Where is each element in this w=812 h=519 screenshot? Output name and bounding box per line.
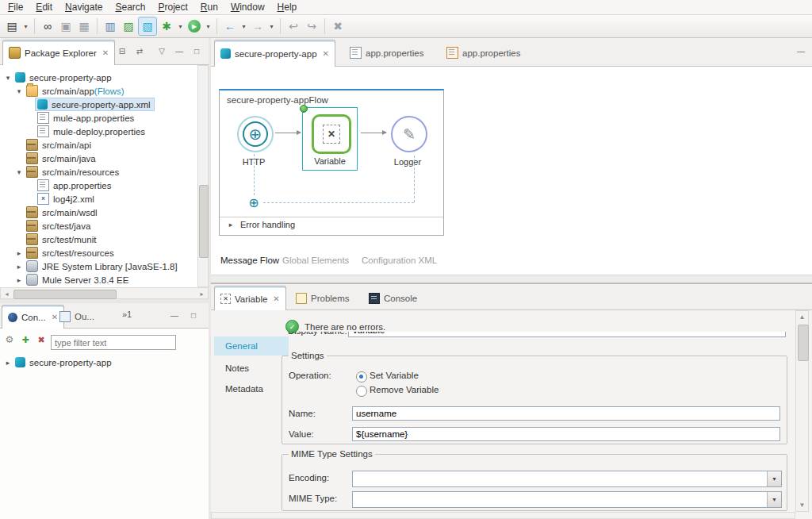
logger-component[interactable]: ✎ <box>391 116 427 152</box>
tree-item-src-main-api[interactable]: src/main/api <box>0 138 95 152</box>
tree-vertical-scrollbar[interactable] <box>197 65 209 287</box>
tab-editor-flow[interactable]: secure-property-app ✕ <box>214 40 335 67</box>
tree-item-src-main-wsdl[interactable]: src/main/wsdl <box>0 206 102 219</box>
tree-item-mule-deploy-properties[interactable]: mule-deploy.properties <box>0 125 149 138</box>
redo-icon[interactable]: ↪ <box>303 17 320 35</box>
flow-container[interactable]: secure-property-appFlow ⊕ HTTP ✕ Variabl… <box>219 89 444 236</box>
display-name-input[interactable] <box>348 332 786 337</box>
mule-properties-icon[interactable]: ▥ <box>102 17 119 35</box>
expander-icon[interactable]: ▸ <box>14 249 24 257</box>
gear-icon[interactable]: ⚙ <box>3 333 16 346</box>
tab-metadata[interactable]: Metadata <box>214 379 289 398</box>
close-icon[interactable]: ✕ <box>323 49 329 58</box>
tree-item-src-main-resources[interactable]: ▾ src/main/resources <box>0 165 123 179</box>
tab-notes[interactable]: Notes <box>214 359 289 378</box>
tree-item-src-test-java[interactable]: src/test/java <box>0 219 94 233</box>
tab-problems[interactable]: Problems <box>290 286 355 310</box>
expander-icon[interactable]: ▸ <box>3 359 13 367</box>
back-caret-icon[interactable]: ▾ <box>239 17 248 35</box>
encoding-combo[interactable]: ▼ <box>352 471 782 487</box>
close-icon[interactable]: ✕ <box>273 294 279 303</box>
expander-icon[interactable]: ▸ <box>14 276 24 284</box>
tab-message-flow[interactable]: Message Flow <box>220 256 279 265</box>
scrollbar-thumb[interactable] <box>798 325 809 361</box>
tree-item-jre-library[interactable]: ▸ JRE System Library [JavaSE-1.8] <box>0 260 182 273</box>
chevron-down-icon[interactable]: ▼ <box>767 492 781 507</box>
scrollbar-thumb[interactable] <box>199 185 209 258</box>
debug-icon[interactable]: ✱ <box>158 17 175 35</box>
expander-icon[interactable]: ▾ <box>14 87 24 95</box>
tab-configuration-xml[interactable]: Configuration XML <box>362 256 437 265</box>
tab-general[interactable]: General <box>214 336 289 356</box>
menu-navigate[interactable]: Navigate <box>59 1 109 13</box>
variable-component[interactable]: ✕ Variable <box>302 107 358 171</box>
flow-canvas[interactable]: secure-property-appFlow ⊕ HTTP ✕ Variabl… <box>211 67 812 275</box>
tab-editor-app-properties-2[interactable]: app.properties <box>441 40 527 66</box>
new-wizard-icon[interactable]: ▤ <box>3 17 21 35</box>
tree-item-flow-xml[interactable]: secure-property-app.xml <box>0 98 155 111</box>
tree-item-src-test-resources[interactable]: ▸ src/test/resources <box>0 246 118 260</box>
chevron-down-icon[interactable]: ▼ <box>767 471 781 486</box>
expander-icon[interactable]: ▾ <box>3 74 13 82</box>
expander-icon[interactable]: ▾ <box>14 168 24 176</box>
menu-edit[interactable]: Edit <box>29 1 59 13</box>
menu-help[interactable]: Help <box>271 1 304 13</box>
forward-nav-icon[interactable]: → <box>249 17 266 35</box>
http-config-globe-icon[interactable]: ⊕ <box>246 194 262 210</box>
tree-item-src-main-app[interactable]: ▾ src/main/app (Flows) <box>0 84 128 98</box>
tab-package-explorer[interactable]: Package Explorer ✕ <box>2 40 115 65</box>
scroll-right-icon[interactable]: ▸ <box>196 288 208 300</box>
tree-item-project-connectors[interactable]: ▸ secure-property-app <box>0 356 116 369</box>
tree-item-mule-server[interactable]: ▸ Mule Server 3.8.4 EE <box>0 273 132 286</box>
menu-project[interactable]: Project <box>151 1 193 13</box>
scroll-up-icon[interactable]: ▲ <box>796 311 808 323</box>
connect-anypoint-icon[interactable]: ∞ <box>39 17 56 35</box>
horizontal-sash[interactable] <box>211 275 812 283</box>
expander-icon[interactable]: ▸ <box>226 221 236 229</box>
back-nav-icon[interactable]: ← <box>221 17 239 35</box>
expander-icon[interactable]: ▸ <box>14 263 24 271</box>
menu-search[interactable]: Search <box>109 1 151 13</box>
scroll-left-icon[interactable]: ◂ <box>1 288 13 300</box>
maximize-view-icon[interactable]: □ <box>190 44 203 57</box>
collapse-all-icon[interactable]: ⊟ <box>116 44 128 57</box>
tab-global-elements[interactable]: Global Elements <box>282 256 349 265</box>
scrollbar-thumb[interactable] <box>13 290 117 299</box>
undo-icon[interactable]: ↩ <box>285 17 302 35</box>
name-input[interactable] <box>352 406 780 421</box>
minimize-editor-icon[interactable]: — <box>795 44 807 57</box>
flow-view-icon[interactable]: ▨ <box>120 17 137 35</box>
maximize-view-icon[interactable]: □ <box>187 309 200 321</box>
link-with-editor-icon[interactable]: ⇄ <box>133 44 146 57</box>
menu-file[interactable]: File <box>2 1 29 13</box>
tree-item-mule-app-properties[interactable]: mule-app.properties <box>0 111 138 125</box>
tree-horizontal-scrollbar[interactable]: ◂ ▸ <box>0 287 209 299</box>
new-wizard-caret-icon[interactable]: ▾ <box>21 17 30 35</box>
close-icon[interactable]: ✕ <box>102 48 109 57</box>
value-input[interactable] <box>352 427 780 441</box>
run-icon[interactable]: ▶ <box>186 17 203 35</box>
tree-item-src-main-java[interactable]: src/main/java <box>0 152 100 165</box>
tab-outline[interactable]: Ou... <box>54 305 100 328</box>
http-component[interactable]: ⊕ <box>237 116 274 152</box>
remove-icon[interactable]: ✖ <box>35 333 48 346</box>
mime-type-combo[interactable]: ▼ <box>352 491 782 508</box>
set-variable-radio[interactable] <box>356 371 367 383</box>
run-caret-icon[interactable]: ▾ <box>204 17 213 35</box>
more-views-icon[interactable]: »1 <box>117 308 136 321</box>
save-icon[interactable]: ▣ <box>57 17 75 35</box>
tree-item-src-test-munit[interactable]: src/test/munit <box>0 233 100 246</box>
studio-perspective-icon[interactable]: ▧ <box>138 17 157 36</box>
menu-window[interactable]: Window <box>224 1 271 13</box>
scroll-down-icon[interactable]: ▼ <box>796 499 808 511</box>
tab-editor-app-properties-1[interactable]: app.properties <box>344 40 430 66</box>
tree-item-app-properties[interactable]: app.properties <box>0 179 116 192</box>
properties-vertical-scrollbar[interactable]: ▲ ▼ <box>795 310 809 512</box>
save-all-icon[interactable]: ▦ <box>75 17 93 35</box>
add-icon[interactable]: ✚ <box>19 333 32 346</box>
tree-item-project[interactable]: ▾ secure-property-app <box>0 71 116 84</box>
filter-input[interactable] <box>51 335 176 350</box>
forward-caret-icon[interactable]: ▾ <box>267 17 276 35</box>
minimize-view-icon[interactable]: — <box>173 44 186 57</box>
delete-icon[interactable]: ✖ <box>329 17 347 35</box>
